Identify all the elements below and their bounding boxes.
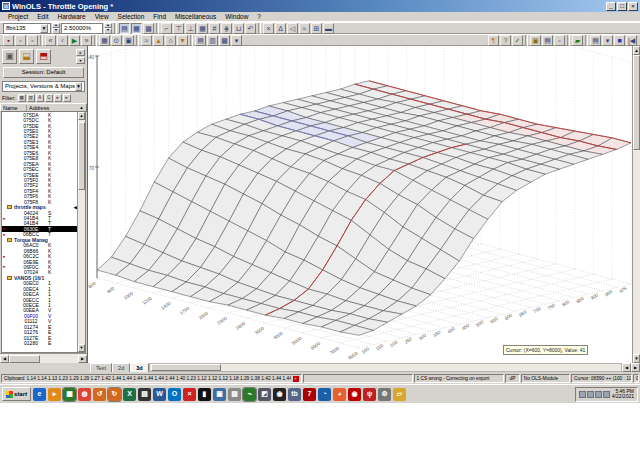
maximize-button[interactable]: □ [617,2,627,11]
format-column-left-button[interactable]: ⌐ [161,23,172,34]
circuit-icon[interactable]: ⌁ [243,388,256,401]
column-name[interactable]: Name [1,105,27,111]
scroll-thumb[interactable] [633,55,640,150]
tray-icon[interactable] [595,391,602,398]
next-version-button[interactable]: » [81,35,92,46]
excel-icon[interactable]: X [123,388,136,401]
menu-hardware[interactable]: Hardware [53,13,89,20]
view-2d-button[interactable]: ▦ [131,23,142,34]
map-text-button[interactable]: ▤ [195,35,206,46]
curve-button[interactable]: ≈ [299,23,310,34]
dec-view-button[interactable]: ⋕ [221,23,232,34]
play-button[interactable]: ▶ [69,35,80,46]
project-open-button[interactable]: ▫ [15,35,26,46]
nav-down-button[interactable]: ▼ [177,35,188,46]
properties-dropdown[interactable]: ▾ [602,35,613,46]
sevenzip-icon[interactable]: 7 [303,388,316,401]
scroll-thumb[interactable] [9,355,40,363]
view-3d-button[interactable]: ▩ [143,23,154,34]
eprom-button[interactable]: ▪ [3,35,14,46]
filter-a-button[interactable]: A [36,94,44,102]
panel-menu-button[interactable]: ▾ [76,57,85,64]
menu-help[interactable]: ? [253,13,265,20]
view-text-button[interactable]: ▤ [119,23,130,34]
menu-edit[interactable]: Edit [33,13,52,20]
menu-window[interactable]: Window [221,13,252,20]
clipboard-clear-icon[interactable]: × [293,376,299,382]
delete-selection-button[interactable]: × [263,23,274,34]
tray-icon[interactable] [603,391,610,398]
filter-maps-button[interactable]: ▥ [27,94,35,102]
notepad-icon[interactable]: ▤ [228,388,241,401]
map-2d-button[interactable]: ▥ [207,35,218,46]
map-row[interactable]: 01280E [2,340,77,345]
value-format-combo[interactable]: 8bit135▼ [3,23,51,34]
session-button[interactable]: Session: Default [3,67,84,78]
scroll-left-icon[interactable]: ◀ [0,355,9,363]
copper-icon[interactable]: ↺ [93,388,106,401]
filter-c-button[interactable]: C [45,94,53,102]
menu-find[interactable]: Find [149,13,170,20]
scroll-right-icon[interactable]: ▶ [631,363,640,372]
scroll-right-icon[interactable]: ▶ [78,355,87,363]
factor-combo[interactable]: 2.50000% [61,23,103,34]
scroll-down-icon[interactable]: ▼ [78,344,85,352]
help-button[interactable]: ? [500,35,511,46]
browser-icon[interactable]: ◕ [333,388,346,401]
winols-taskbar-icon[interactable]: ▦ [63,388,76,401]
record-icon[interactable]: ◉ [348,388,361,401]
puzzle-icon[interactable]: ◩ [258,388,271,401]
minimize-button[interactable]: _ [606,2,616,11]
prev-diff-button[interactable]: ◁ [287,23,298,34]
maps-folder-button[interactable]: ▣ [530,35,541,46]
nav-up-button[interactable]: ▲ [153,35,164,46]
plot-hscrollbar[interactable] [149,363,622,372]
cell-width-button[interactable]: ⊔ [233,23,244,34]
filter-next-button[interactable]: ▸ [54,94,62,102]
tray-icon[interactable] [579,391,586,398]
apply-button[interactable]: ✓ [512,35,523,46]
ie-icon[interactable]: e [33,388,46,401]
start-button[interactable]: start [2,387,31,401]
explorer-icon[interactable]: ▣ [213,388,226,401]
compare-button[interactable]: ▣ [123,35,134,46]
window-split-button[interactable]: ⊞ [311,23,322,34]
project-save-button[interactable]: ▫ [27,35,38,46]
open-session-button[interactable]: ⬓ [19,49,34,64]
scroll-up-icon[interactable]: ▲ [633,46,640,55]
maps-list-button[interactable]: ▤ [542,35,553,46]
maps-new-button[interactable]: ▫ [554,35,565,46]
prev-version-button[interactable]: ‹ [57,35,68,46]
scroll-down-icon[interactable]: ▼ [633,354,640,363]
capture-icon[interactable]: ◉ [273,388,286,401]
zoom-button[interactable]: ⊙ [111,35,122,46]
outlook-icon[interactable]: O [168,388,181,401]
factor-spinner[interactable]: ▲▼ [104,23,112,34]
map-3d-button[interactable]: ▩ [219,35,230,46]
menu-project[interactable]: Project [4,13,32,20]
checksum-button[interactable]: ▰ [572,35,583,46]
menu-selection[interactable]: Selection [114,13,149,20]
scroll-thumb[interactable] [151,364,221,371]
panel-view-combo[interactable]: Projects, Versions & Maps (Dr ▼ [2,81,85,92]
thunderbird-icon[interactable]: tb [288,388,301,401]
column-address[interactable]: Address [27,105,77,111]
photos-icon[interactable]: ▤ [138,388,151,401]
surface-plot[interactable]: 7014060080010001200140017002000230026003… [88,46,632,363]
import-session-button[interactable]: ⬒ [36,49,51,64]
menu-view[interactable]: View [91,13,113,20]
map-list-header[interactable]: Name Address ▲ [0,103,87,112]
scroll-left-icon[interactable]: ◀ [622,363,631,372]
chrome-icon[interactable]: ◍ [78,388,91,401]
properties-button[interactable]: ▤ [590,35,601,46]
hex-view-button[interactable]: # [209,23,220,34]
delta-button[interactable]: Δ [275,23,286,34]
scroll-up-icon[interactable]: ▲ [78,112,85,120]
wrench-icon[interactable]: ⚙ [378,388,391,401]
combo-arrow-icon[interactable]: ▼ [40,24,48,33]
tab-2d[interactable]: 2d [112,363,130,372]
combo-arrow-icon[interactable]: ▼ [75,82,82,91]
antenna-icon[interactable]: ψ [363,388,376,401]
format-spinner[interactable]: ▲▼ [52,23,60,34]
map-list-vscrollbar[interactable]: ▲ ▼ [77,112,85,352]
